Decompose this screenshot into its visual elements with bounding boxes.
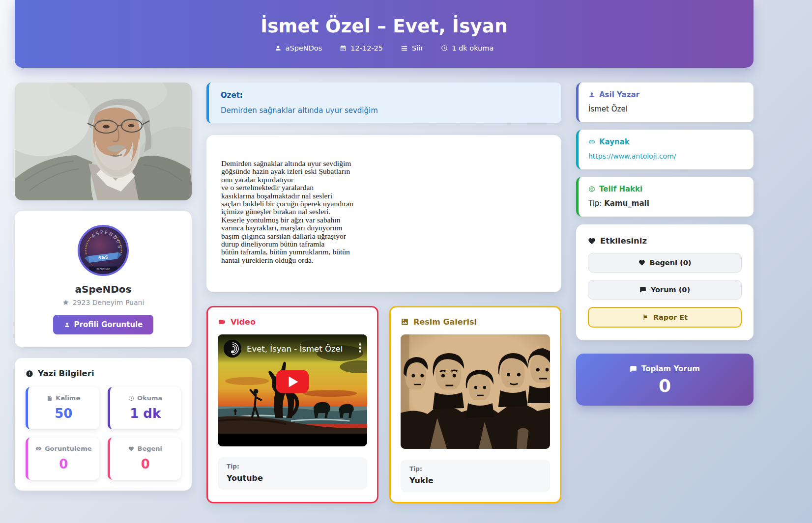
source-link[interactable]: https://www.antoloji.com/	[588, 152, 676, 160]
meta-author: aSpeNDos	[275, 44, 322, 52]
poem-line: kasıklarına boşalmaktadır nal sesleri	[221, 192, 547, 200]
total-comments-value: 0	[586, 376, 744, 396]
copyright-tip-label: Tip:	[588, 199, 602, 208]
stat-read-label: Okuma	[137, 394, 162, 402]
post-stats-card: Yazi Bilgileri Kelime 50	[15, 358, 192, 491]
original-author-title-label: Asil Yazar	[599, 90, 639, 99]
hero-header: İsmet Özel – Evet, İsyan aSpeNDos 12-12-…	[15, 0, 754, 68]
comment-icon	[630, 365, 637, 373]
stat-likes: Begeni 0	[108, 438, 181, 480]
gallery-panel-title-label: Resim Galerisi	[413, 317, 477, 327]
profile-username: aSpeNDos	[25, 283, 182, 295]
youtube-channel-avatar[interactable]	[224, 340, 241, 358]
left-column: ASPENDOS S&S sohbetyaz aSpeNDos	[15, 83, 192, 491]
stat-views-label: Goruntuleme	[45, 445, 92, 452]
eye-icon	[35, 445, 42, 452]
report-button[interactable]: Rapor Et	[588, 307, 742, 328]
view-profile-label: Profili Goruntule	[74, 320, 143, 329]
comment-icon	[639, 286, 646, 293]
report-button-label: Rapor Et	[653, 313, 688, 321]
profile-card: ASPENDOS S&S sohbetyaz aSpeNDos	[15, 211, 192, 347]
poem-line: durup dineliyorum bütün taframla	[221, 240, 547, 248]
main-column: Ozet: Demirden sağnaklar altında uyur se…	[206, 83, 561, 503]
right-sidebar: Asil Yazar İsmet Özel Kaynak https://www…	[576, 83, 754, 406]
video-camera-icon	[218, 318, 226, 326]
source-card: Kaynak https://www.antoloji.com/	[576, 130, 754, 169]
avatar: ASPENDOS S&S sohbetyaz	[78, 225, 129, 276]
user-icon	[275, 45, 282, 52]
like-button-label: Begeni (0)	[650, 259, 692, 267]
video-tip-box: Tip: Youtube	[218, 457, 367, 490]
source-title-label: Kaynak	[599, 138, 630, 146]
like-button[interactable]: Begeni (0)	[588, 253, 742, 273]
comment-button[interactable]: Yorum (0)	[588, 280, 742, 300]
page-title: İsmet Özel – Evet, İsyan	[261, 16, 508, 37]
poem-line: varınca bayrakları, marşları duyuyorum	[221, 224, 547, 232]
meta-readtime: 1 dk okuma	[441, 44, 493, 52]
video-panel: Video	[206, 306, 378, 503]
gallery-tip-label: Tip:	[409, 466, 541, 472]
youtube-title-bar: Evet, İsyan - İsmet Özel	[218, 334, 367, 363]
poem-card: Demirden sağnaklar altında uyur sevdiğim…	[206, 135, 561, 292]
avatar-caption: sohbetyaz	[96, 267, 110, 271]
source-title: Kaynak	[588, 138, 744, 146]
post-stats-title-label: Yazi Bilgileri	[38, 369, 94, 378]
stats-grid: Kelime 50 Okuma 1 dk	[26, 387, 181, 480]
original-author-value: İsmet Özel	[588, 105, 744, 113]
total-comments-title: Toplam Yorum	[586, 364, 744, 373]
interactions-title: Etkilesiniz	[588, 236, 742, 246]
gallery-panel-title: Resim Galerisi	[401, 317, 550, 327]
poem-line: onu yaralar kıpırdatıyor	[221, 176, 547, 184]
gallery-tip-value: Yukle	[409, 476, 541, 485]
gallery-tip-box: Tip: Yukle	[401, 460, 550, 492]
star-icon	[62, 299, 69, 306]
copyright-icon	[588, 186, 595, 193]
video-panel-title-label: Video	[231, 317, 256, 327]
poem-line: göğsünde hazin ayak izleri eski Şubatlar…	[221, 167, 547, 175]
stat-views: Goruntuleme 0	[26, 438, 99, 480]
stat-likes-value: 0	[114, 457, 177, 471]
profile-experience-label: 2923 Deneyim Puani	[73, 299, 145, 306]
meta-author-label: aSpeNDos	[286, 44, 322, 52]
poem-line: bütün taframla, bütün yumruklarım, bütün	[221, 248, 547, 256]
poem-text: Demirden sağnaklar altında uyur sevdiğim…	[221, 160, 547, 264]
video-menu-icon[interactable]	[359, 343, 361, 355]
copyright-title-label: Telif Hakki	[599, 185, 642, 193]
summary-callout: Ozet: Demirden sağnaklar altında uyur se…	[206, 83, 561, 123]
youtube-play-button[interactable]	[276, 370, 309, 393]
copyright-card: Telif Hakki Tip: Kamu_mali	[576, 177, 754, 217]
meta-date: 12-12-25	[340, 44, 383, 52]
view-profile-button[interactable]: Profili Goruntule	[53, 315, 154, 334]
list-icon	[401, 45, 408, 52]
stat-words-label: Kelime	[56, 394, 80, 402]
link-icon	[588, 138, 595, 145]
video-tip-value: Youtube	[227, 473, 358, 483]
poem-line: başım çılgınca sarsılan dallarla uğraşıy…	[221, 232, 547, 240]
video-panel-title: Video	[218, 317, 367, 327]
stat-read-value: 1 dk	[114, 406, 177, 421]
user-icon	[64, 322, 70, 328]
stat-likes-label: Begeni	[137, 445, 162, 452]
heart-icon	[128, 446, 134, 452]
author-photo	[15, 83, 192, 200]
poem-line: Demirden sağnaklar altında uyur sevdiğim	[221, 160, 547, 167]
meta-category-label: Siir	[412, 44, 423, 52]
original-author-card: Asil Yazar İsmet Özel	[576, 83, 754, 122]
copyright-value: Kamu_mali	[604, 199, 649, 208]
document-icon	[47, 395, 53, 401]
total-comments-title-label: Toplam Yorum	[641, 364, 700, 373]
summary-title: Ozet:	[221, 91, 550, 100]
gallery-image[interactable]	[401, 334, 550, 449]
user-icon	[588, 91, 595, 98]
post-meta: aSpeNDos 12-12-25 Siir 1 dk okuma	[275, 44, 494, 52]
poem-line: Keserle yontulmuş bir ağzı var sabahın	[221, 216, 547, 224]
copyright-value-row: Tip: Kamu_mali	[588, 199, 744, 208]
clock-icon	[128, 395, 134, 401]
youtube-player[interactable]: Evet, İsyan - İsmet Özel	[218, 334, 367, 446]
meta-readtime-label: 1 dk okuma	[452, 44, 493, 52]
meta-category: Siir	[401, 44, 423, 52]
copyright-title: Telif Hakki	[588, 185, 744, 193]
avatar-ribbon-text: S&S	[98, 254, 109, 260]
clock-icon	[441, 45, 448, 52]
youtube-video-title[interactable]: Evet, İsyan - İsmet Özel	[247, 344, 353, 354]
